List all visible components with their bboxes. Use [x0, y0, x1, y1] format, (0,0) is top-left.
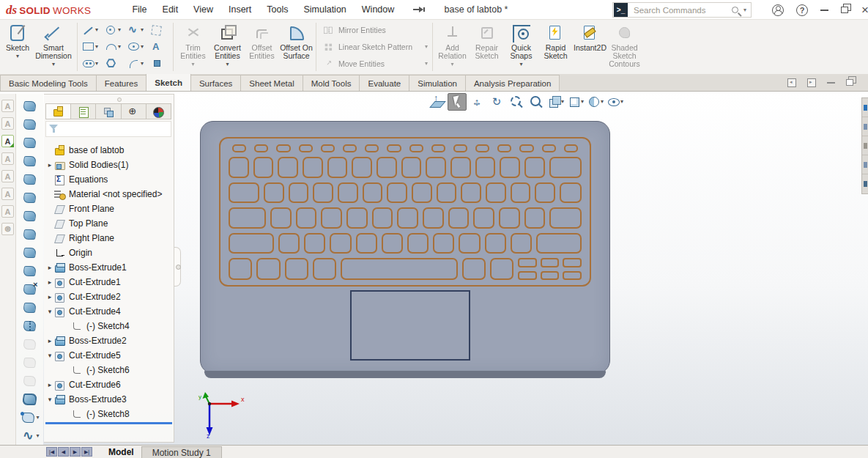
flatten-surface-button[interactable] [22, 262, 38, 280]
tree-item-sketch4[interactable]: (-) Sketch4 [45, 319, 172, 333]
offset-on-surface-button[interactable]: Offset On Surface [279, 20, 314, 74]
sketch-tool-rectangle[interactable]: ▾ [80, 41, 103, 52]
key-outline[interactable] [304, 233, 325, 254]
revolved-surface-button[interactable] [22, 115, 38, 133]
key-outline[interactable] [387, 144, 401, 152]
sketch-tool-fillet[interactable]: ▾ [125, 58, 148, 69]
key-outline[interactable] [296, 207, 317, 229]
key-outline[interactable] [289, 182, 309, 204]
key-outline[interactable] [518, 271, 537, 281]
tab-sheet-metal[interactable]: Sheet Metal [240, 75, 303, 91]
key-outline[interactable] [407, 233, 429, 254]
filled-surface-button[interactable] [22, 188, 38, 207]
key-outline[interactable] [500, 157, 520, 178]
normal-to-button[interactable] [428, 93, 447, 111]
menu-file[interactable]: File [132, 4, 146, 15]
key-outline[interactable] [356, 233, 377, 254]
key-outline[interactable] [462, 258, 486, 280]
minimize-button[interactable] [820, 10, 828, 11]
text-format-6-button[interactable]: A [1, 205, 14, 218]
tree-item-solid-bodies-1[interactable]: ▸Solid Bodies(1) [45, 158, 172, 172]
key-outline[interactable] [423, 207, 444, 229]
key-outline[interactable] [563, 271, 582, 281]
key-outline[interactable] [437, 182, 457, 204]
key-outline[interactable] [330, 233, 351, 254]
key-outline[interactable] [412, 182, 432, 204]
menu-edit[interactable]: Edit [163, 4, 179, 15]
key-outline[interactable] [278, 157, 298, 178]
close-button[interactable] [861, 4, 868, 16]
delete-face-button[interactable] [22, 280, 38, 298]
sketch-tool-text[interactable] [148, 41, 171, 52]
spell-checker-button[interactable]: A [1, 135, 14, 147]
menu-simulation[interactable]: Simulation [303, 4, 346, 15]
tab-basic-modeling-tools[interactable]: Basic Modeling Tools [0, 75, 97, 91]
key-outline[interactable] [486, 182, 506, 204]
key-outline[interactable] [542, 144, 556, 152]
expand-arrow-icon[interactable]: ▾ [45, 352, 54, 359]
sketch-tool-spline[interactable]: ▾ [125, 25, 148, 36]
key-outline[interactable] [303, 157, 323, 178]
ruled-surface-button[interactable] [22, 243, 38, 262]
task-pane-tab-4[interactable] [862, 155, 868, 174]
tree-item-equations[interactable]: Equations [45, 172, 172, 187]
key-outline[interactable] [313, 182, 333, 204]
tree-scroll-button[interactable]: ▶ [70, 447, 81, 457]
document-minimize-icon[interactable] [827, 82, 835, 84]
panel-handle[interactable] [117, 97, 122, 102]
key-outline[interactable] [524, 207, 546, 229]
key-outline[interactable] [352, 157, 372, 178]
help-icon[interactable] [796, 4, 808, 16]
key-outline[interactable] [229, 258, 252, 280]
key-outline[interactable] [497, 144, 511, 152]
text-format-4-button[interactable]: A [1, 170, 14, 182]
menu-tools[interactable]: Tools [267, 4, 288, 15]
key-outline[interactable] [564, 144, 578, 152]
zoom-fit-button[interactable] [507, 93, 526, 111]
reference-geometry-button[interactable]: ▾ [20, 408, 39, 426]
menu-insert[interactable]: Insert [229, 4, 251, 15]
expand-arrow-icon[interactable]: ▸ [45, 337, 54, 344]
menu-view[interactable]: View [193, 4, 213, 15]
dropdown-caret-icon[interactable]: ▾ [52, 62, 55, 67]
dimxpertmanager-tab[interactable] [122, 104, 146, 119]
sketch-tool-ellipse[interactable]: ▾ [125, 41, 148, 52]
display-style-button[interactable]: ▾ [566, 93, 585, 111]
tree-item-boss-extrude3[interactable]: ▾Boss-Extrude3 [45, 392, 172, 407]
dropdown-caret-icon[interactable]: ▾ [16, 53, 19, 59]
swept-surface-button[interactable] [22, 133, 38, 152]
key-outline[interactable] [338, 182, 358, 204]
key-outline[interactable] [560, 182, 582, 204]
text-format-1-button[interactable]: A [1, 100, 14, 112]
key-outline[interactable] [321, 207, 342, 229]
key-outline[interactable] [409, 144, 423, 152]
key-outline[interactable] [473, 207, 494, 229]
key-outline[interactable] [376, 157, 397, 178]
touchpad-sketch[interactable] [350, 290, 470, 361]
planar-surface-button[interactable] [22, 207, 38, 225]
key-outline[interactable] [426, 157, 446, 178]
configurationmanager-tab[interactable] [96, 104, 121, 119]
key-outline[interactable] [278, 233, 300, 254]
keyboard-sketch[interactable] [219, 137, 591, 287]
key-outline[interactable] [453, 144, 467, 152]
key-outline[interactable] [461, 182, 481, 204]
section-view-button[interactable]: ▾ [586, 93, 605, 111]
tab-features[interactable]: Features [96, 75, 146, 91]
sketch-tool-line[interactable]: ▾ [80, 25, 103, 36]
key-outline[interactable] [524, 157, 545, 178]
tree-item-sketch8[interactable]: (-) Sketch8 [45, 407, 172, 421]
rapid-sketch-button[interactable]: Rapid Sketch [538, 20, 573, 74]
key-outline[interactable] [541, 258, 560, 267]
restore-button[interactable] [841, 7, 848, 13]
tree-item-front-plane[interactable]: Front Plane [45, 202, 172, 216]
search-commands-box[interactable]: Search Commands ▾ [612, 2, 752, 18]
key-outline[interactable] [536, 233, 582, 254]
key-outline[interactable] [518, 258, 537, 267]
tree-item-top-plane[interactable]: Top Plane [45, 216, 172, 231]
displaymanager-tab[interactable] [146, 104, 171, 119]
tab-motion-study[interactable]: Motion Study 1 [141, 446, 222, 458]
tree-item-sketch6[interactable]: (-) Sketch6 [45, 363, 172, 377]
quick-snaps-button[interactable]: Quick Snaps▾ [504, 20, 538, 74]
rotate-button[interactable] [487, 93, 506, 111]
